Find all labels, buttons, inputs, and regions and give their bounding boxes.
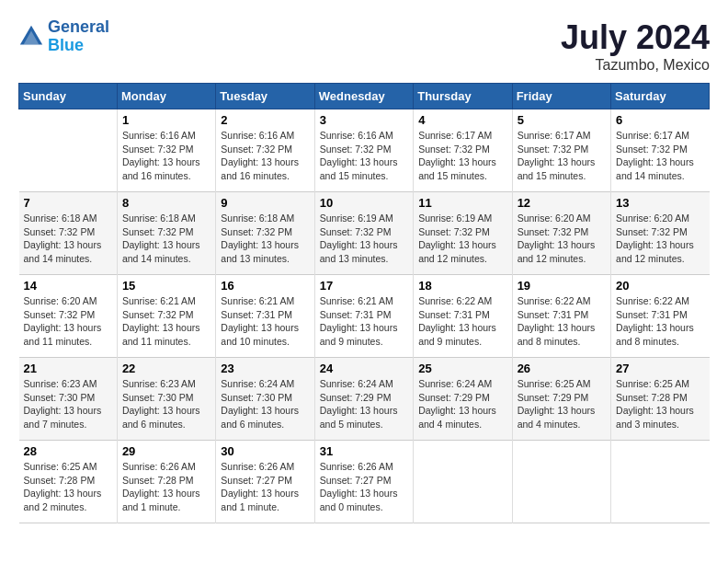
day-number: 14 bbox=[24, 279, 112, 293]
calendar-cell: 14Sunrise: 6:20 AMSunset: 7:32 PMDayligh… bbox=[19, 275, 118, 358]
calendar-cell: 2Sunrise: 6:16 AMSunset: 7:32 PMDaylight… bbox=[216, 109, 314, 192]
day-info: Sunrise: 6:21 AMSunset: 7:31 PMDaylight:… bbox=[320, 294, 408, 349]
day-info: Sunrise: 6:22 AMSunset: 7:31 PMDaylight:… bbox=[616, 294, 704, 349]
day-number: 23 bbox=[221, 362, 309, 375]
day-number: 3 bbox=[320, 113, 408, 127]
day-number: 19 bbox=[518, 279, 606, 293]
calendar-cell bbox=[512, 441, 610, 523]
weekday-header-tuesday: Tuesday bbox=[216, 84, 314, 109]
calendar-cell: 11Sunrise: 6:19 AMSunset: 7:32 PMDayligh… bbox=[414, 192, 512, 275]
day-number: 17 bbox=[320, 279, 408, 293]
day-info: Sunrise: 6:16 AMSunset: 7:32 PMDaylight:… bbox=[221, 129, 309, 183]
day-number: 4 bbox=[418, 113, 506, 127]
day-info: Sunrise: 6:24 AMSunset: 7:29 PMDaylight:… bbox=[320, 377, 408, 431]
day-number: 13 bbox=[616, 196, 704, 210]
calendar-cell: 28Sunrise: 6:25 AMSunset: 7:28 PMDayligh… bbox=[19, 441, 118, 523]
day-number: 9 bbox=[221, 196, 309, 210]
main-title: July 2024 bbox=[561, 18, 710, 57]
day-number: 10 bbox=[320, 196, 408, 210]
subtitle: Tazumbo, Mexico bbox=[561, 57, 710, 74]
day-info: Sunrise: 6:19 AMSunset: 7:32 PMDaylight:… bbox=[320, 212, 408, 266]
day-info: Sunrise: 6:18 AMSunset: 7:32 PMDaylight:… bbox=[122, 212, 210, 266]
day-info: Sunrise: 6:17 AMSunset: 7:32 PMDaylight:… bbox=[518, 129, 606, 183]
calendar-cell: 17Sunrise: 6:21 AMSunset: 7:31 PMDayligh… bbox=[314, 275, 413, 358]
page-header: General Blue July 2024 Tazumbo, Mexico bbox=[18, 18, 710, 74]
calendar-cell bbox=[611, 441, 710, 523]
day-info: Sunrise: 6:22 AMSunset: 7:31 PMDaylight:… bbox=[418, 294, 506, 349]
calendar-week-row: 7Sunrise: 6:18 AMSunset: 7:32 PMDaylight… bbox=[19, 192, 710, 275]
day-info: Sunrise: 6:18 AMSunset: 7:32 PMDaylight:… bbox=[24, 212, 112, 266]
day-info: Sunrise: 6:21 AMSunset: 7:31 PMDaylight:… bbox=[221, 294, 309, 349]
day-number: 7 bbox=[24, 196, 112, 210]
calendar-cell: 13Sunrise: 6:20 AMSunset: 7:32 PMDayligh… bbox=[611, 192, 710, 275]
calendar-cell: 5Sunrise: 6:17 AMSunset: 7:32 PMDaylight… bbox=[512, 109, 610, 192]
day-info: Sunrise: 6:20 AMSunset: 7:32 PMDaylight:… bbox=[24, 294, 112, 349]
day-info: Sunrise: 6:19 AMSunset: 7:32 PMDaylight:… bbox=[418, 212, 506, 266]
day-info: Sunrise: 6:23 AMSunset: 7:30 PMDaylight:… bbox=[122, 377, 210, 431]
calendar-cell: 9Sunrise: 6:18 AMSunset: 7:32 PMDaylight… bbox=[216, 192, 314, 275]
weekday-header-row: SundayMondayTuesdayWednesdayThursdayFrid… bbox=[19, 84, 710, 109]
calendar-cell bbox=[19, 109, 118, 192]
calendar-cell: 4Sunrise: 6:17 AMSunset: 7:32 PMDaylight… bbox=[414, 109, 512, 192]
weekday-header-wednesday: Wednesday bbox=[314, 84, 413, 109]
calendar-cell: 23Sunrise: 6:24 AMSunset: 7:30 PMDayligh… bbox=[216, 358, 314, 441]
weekday-header-thursday: Thursday bbox=[414, 84, 512, 109]
logo-text: General Blue bbox=[48, 18, 109, 55]
day-number: 11 bbox=[418, 196, 506, 210]
calendar-cell bbox=[414, 441, 512, 523]
day-info: Sunrise: 6:16 AMSunset: 7:32 PMDaylight:… bbox=[122, 129, 210, 183]
day-info: Sunrise: 6:17 AMSunset: 7:32 PMDaylight:… bbox=[418, 129, 506, 183]
calendar-cell: 3Sunrise: 6:16 AMSunset: 7:32 PMDaylight… bbox=[314, 109, 413, 192]
calendar-week-row: 21Sunrise: 6:23 AMSunset: 7:30 PMDayligh… bbox=[19, 358, 710, 441]
calendar-cell: 31Sunrise: 6:26 AMSunset: 7:27 PMDayligh… bbox=[314, 441, 413, 523]
calendar-cell: 20Sunrise: 6:22 AMSunset: 7:31 PMDayligh… bbox=[611, 275, 710, 358]
day-number: 24 bbox=[320, 362, 408, 375]
calendar-cell: 18Sunrise: 6:22 AMSunset: 7:31 PMDayligh… bbox=[414, 275, 512, 358]
day-info: Sunrise: 6:23 AMSunset: 7:30 PMDaylight:… bbox=[24, 377, 112, 431]
calendar-cell: 8Sunrise: 6:18 AMSunset: 7:32 PMDaylight… bbox=[117, 192, 215, 275]
weekday-header-friday: Friday bbox=[512, 84, 610, 109]
day-info: Sunrise: 6:26 AMSunset: 7:27 PMDaylight:… bbox=[320, 460, 408, 514]
weekday-header-monday: Monday bbox=[117, 84, 215, 109]
day-number: 5 bbox=[518, 113, 606, 127]
calendar-cell: 30Sunrise: 6:26 AMSunset: 7:27 PMDayligh… bbox=[216, 441, 314, 523]
day-info: Sunrise: 6:24 AMSunset: 7:29 PMDaylight:… bbox=[418, 377, 506, 431]
day-number: 25 bbox=[418, 362, 506, 375]
calendar-cell: 15Sunrise: 6:21 AMSunset: 7:32 PMDayligh… bbox=[117, 275, 215, 358]
day-info: Sunrise: 6:18 AMSunset: 7:32 PMDaylight:… bbox=[221, 212, 309, 266]
day-number: 15 bbox=[122, 279, 210, 293]
day-info: Sunrise: 6:20 AMSunset: 7:32 PMDaylight:… bbox=[518, 212, 606, 266]
day-info: Sunrise: 6:25 AMSunset: 7:28 PMDaylight:… bbox=[24, 460, 112, 514]
calendar-cell: 25Sunrise: 6:24 AMSunset: 7:29 PMDayligh… bbox=[414, 358, 512, 441]
calendar-cell: 22Sunrise: 6:23 AMSunset: 7:30 PMDayligh… bbox=[117, 358, 215, 441]
day-info: Sunrise: 6:20 AMSunset: 7:32 PMDaylight:… bbox=[616, 212, 704, 266]
calendar-cell: 12Sunrise: 6:20 AMSunset: 7:32 PMDayligh… bbox=[512, 192, 610, 275]
day-number: 31 bbox=[320, 444, 408, 458]
calendar-cell: 7Sunrise: 6:18 AMSunset: 7:32 PMDaylight… bbox=[19, 192, 118, 275]
calendar-cell: 19Sunrise: 6:22 AMSunset: 7:31 PMDayligh… bbox=[512, 275, 610, 358]
calendar-table: SundayMondayTuesdayWednesdayThursdayFrid… bbox=[18, 83, 710, 523]
day-info: Sunrise: 6:25 AMSunset: 7:28 PMDaylight:… bbox=[616, 377, 704, 431]
day-info: Sunrise: 6:16 AMSunset: 7:32 PMDaylight:… bbox=[320, 129, 408, 183]
day-number: 12 bbox=[518, 196, 606, 210]
calendar-cell: 10Sunrise: 6:19 AMSunset: 7:32 PMDayligh… bbox=[314, 192, 413, 275]
calendar-cell: 1Sunrise: 6:16 AMSunset: 7:32 PMDaylight… bbox=[117, 109, 215, 192]
calendar-cell: 16Sunrise: 6:21 AMSunset: 7:31 PMDayligh… bbox=[216, 275, 314, 358]
day-number: 8 bbox=[122, 196, 210, 210]
day-number: 1 bbox=[122, 113, 210, 127]
day-info: Sunrise: 6:17 AMSunset: 7:32 PMDaylight:… bbox=[616, 129, 704, 183]
calendar-cell: 6Sunrise: 6:17 AMSunset: 7:32 PMDaylight… bbox=[611, 109, 710, 192]
logo-icon bbox=[18, 24, 44, 50]
day-number: 28 bbox=[24, 444, 112, 458]
calendar-week-row: 1Sunrise: 6:16 AMSunset: 7:32 PMDaylight… bbox=[19, 109, 710, 192]
calendar-cell: 24Sunrise: 6:24 AMSunset: 7:29 PMDayligh… bbox=[314, 358, 413, 441]
day-number: 22 bbox=[122, 362, 210, 375]
day-number: 18 bbox=[418, 279, 506, 293]
logo: General Blue bbox=[18, 18, 109, 55]
day-number: 6 bbox=[616, 113, 704, 127]
weekday-header-sunday: Sunday bbox=[19, 84, 118, 109]
calendar-cell: 27Sunrise: 6:25 AMSunset: 7:28 PMDayligh… bbox=[611, 358, 710, 441]
calendar-cell: 26Sunrise: 6:25 AMSunset: 7:29 PMDayligh… bbox=[512, 358, 610, 441]
day-number: 30 bbox=[221, 444, 309, 458]
weekday-header-saturday: Saturday bbox=[611, 84, 710, 109]
